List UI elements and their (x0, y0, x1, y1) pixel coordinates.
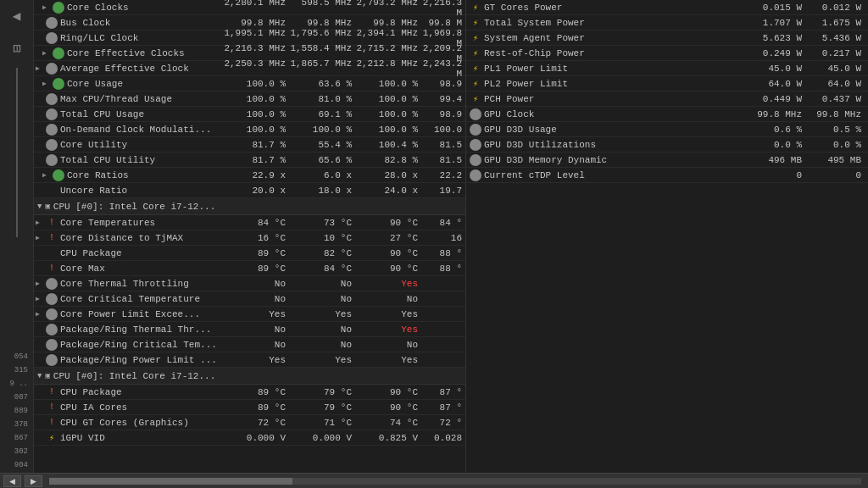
circle-green-icon (53, 47, 64, 59)
row-label: Total CPU Utility (60, 155, 223, 165)
circle-gray-icon (46, 63, 58, 75)
right-row-label: PL2 Power Limit (484, 79, 729, 89)
row-label: Package/Ring Critical Tem... (60, 340, 223, 350)
row-val-2: 82 °C (289, 248, 355, 258)
row-values: 0.000 V 0.000 V 0.825 V 0.028 (223, 433, 464, 443)
right-table-row[interactable]: GPU D3D Usage 0.6 % 0.5 % (466, 122, 868, 137)
table-row[interactable]: ⚡ iGPU VID 0.000 V 0.000 V 0.825 V 0.028 (34, 430, 465, 446)
row-label: Core Ratios (67, 170, 223, 180)
row-val-1: No (223, 294, 289, 304)
row-values: 20.0 x 18.0 x 24.0 x 19.7 (223, 186, 464, 196)
table-row[interactable]: ! CPU IA Cores 89 °C 79 °C 90 °C 87 ° (34, 400, 465, 415)
table-row[interactable]: Total CPU Usage 100.0 % 69.1 % 100.0 % 9… (34, 107, 465, 122)
row-val-1: No (223, 279, 289, 289)
row-values: No No Yes (223, 279, 464, 289)
table-row[interactable]: ! CPU GT Cores (Graphics) 72 °C 71 °C 74… (34, 415, 465, 430)
row-values: Yes Yes Yes (223, 309, 464, 319)
circle-gray-icon (46, 308, 58, 320)
table-row[interactable]: Core Utility 81.7 % 55.4 % 100.4 % 81.5 (34, 137, 465, 152)
row-val-2: No (289, 279, 355, 289)
table-row[interactable]: ! CPU Package 89 °C 79 °C 90 °C 87 ° (34, 385, 465, 400)
sidebar-number: 315 (2, 364, 31, 376)
table-row[interactable]: ▶ Core Usage 100.0 % 63.6 % 100.0 % 98.9 (34, 76, 465, 92)
row-label: Core Distance to TjMAX (60, 233, 223, 243)
table-row[interactable]: ! Core Max 89 °C 84 °C 90 °C 88 ° (34, 261, 465, 276)
table-row[interactable]: Package/Ring Thermal Thr... No No Yes (34, 322, 465, 337)
right-table-row[interactable]: ⚡ Rest-of-Chip Power 0.249 W 0.217 W (466, 46, 868, 61)
row-val-2: No (289, 324, 355, 335)
table-row[interactable]: ▶ Average Effective Clock 2,250.3 MHz 1,… (34, 61, 465, 76)
row-label: On-Demand Clock Modulati... (60, 125, 223, 135)
right-row-label: GT Cores Power (484, 3, 729, 13)
scroll-right-btn[interactable]: ▶ (25, 475, 42, 487)
row-val-2: 1,865.7 MHz (289, 58, 355, 79)
empty-icon (46, 185, 58, 197)
table-row[interactable]: ▶ ! Core Temperatures 84 °C 73 °C 90 °C … (34, 215, 465, 230)
table-row[interactable]: ▶ Core Clocks 2,280.1 MHz 598.5 MHz 2,79… (34, 0, 465, 15)
lightning-icon: ⚡ (470, 78, 481, 90)
row-label: Package/Ring Power Limit ... (60, 355, 223, 365)
right-row-val2: 0.217 W (805, 48, 865, 58)
row-val-2: Yes (289, 309, 355, 319)
table-row[interactable]: ▶ Core Thermal Throttling No No Yes (34, 276, 465, 291)
right-table-row[interactable]: ⚡ Total System Power 1.707 W 1.675 W (466, 15, 868, 30)
table-row[interactable]: CPU Package 89 °C 82 °C 90 °C 88 ° (34, 246, 465, 261)
right-table-row[interactable]: ⚡ PL2 Power Limit 64.0 W 64.0 W (466, 76, 868, 92)
left-panel-scroll[interactable]: ▶ Core Clocks 2,280.1 MHz 598.5 MHz 2,79… (34, 0, 465, 488)
row-values: No No No (223, 340, 464, 350)
right-table-row[interactable]: ⚡ GT Cores Power 0.015 W 0.012 W (466, 0, 868, 15)
cpu-section-1-header[interactable]: ▼ ▣ CPU [#0]: Intel Core i7-12... (34, 198, 465, 215)
right-table-row[interactable]: ⚡ PCH Power 0.449 W 0.437 W (466, 92, 868, 107)
table-row[interactable]: ▶ ! Core Distance to TjMAX 16 °C 10 °C 2… (34, 230, 465, 246)
row-values: 2,250.3 MHz 1,865.7 MHz 2,212.8 MHz 2,24… (223, 58, 464, 79)
right-row-val1: 64.0 W (729, 79, 805, 89)
scrollbar-thumb[interactable] (49, 478, 292, 485)
right-table-row[interactable]: GPU D3D Memory Dynamic 496 MB 495 MB (466, 152, 868, 168)
row-label: Ring/LLC Clock (60, 33, 223, 43)
right-table-row[interactable]: Current cTDP Level 0 0 (466, 168, 868, 183)
right-row-val1: 0.449 W (729, 94, 805, 104)
right-panel-scroll[interactable]: ⚡ GT Cores Power 0.015 W 0.012 W ⚡ Total… (466, 0, 868, 488)
table-row[interactable]: Max CPU/Thread Usage 100.0 % 81.0 % 100.… (34, 92, 465, 107)
table-row[interactable]: Total CPU Utility 81.7 % 65.6 % 82.8 % 8… (34, 152, 465, 168)
row-chevron: ▶ (36, 234, 46, 241)
table-row[interactable]: ▶ Core Critical Temperature No No No (34, 291, 465, 307)
row-val-3: 90 °C (355, 263, 421, 274)
row-values: 89 °C 84 °C 90 °C 88 ° (223, 263, 464, 274)
circle-gray-icon (46, 154, 58, 166)
row-val-4: 99.4 (421, 94, 464, 104)
lightning-icon: ⚡ (470, 47, 481, 59)
sidebar-number: 378 (2, 419, 31, 430)
row-val-2: 79 °C (289, 387, 355, 397)
table-row[interactable]: Package/Ring Power Limit ... Yes Yes Yes (34, 352, 465, 368)
table-row[interactable]: ▶ Core Power Limit Excee... Yes Yes Yes (34, 307, 465, 322)
right-table-row[interactable]: GPU Clock 99.8 MHz 99.8 MHz (466, 107, 868, 122)
row-val-2: 65.6 % (289, 155, 355, 165)
sidebar-number: 889 (2, 405, 31, 417)
table-row[interactable]: Package/Ring Critical Tem... No No No (34, 337, 465, 352)
table-row[interactable]: Uncore Ratio 20.0 x 18.0 x 24.0 x 19.7 (34, 183, 465, 198)
cpu-section-2-header[interactable]: ▼ ▣ CPU [#0]: Intel Core i7-12... (34, 368, 465, 385)
circle-gray-icon (470, 124, 481, 136)
right-row-val1: 5.623 W (729, 33, 805, 43)
right-table-row[interactable]: ⚡ PL1 Power Limit 45.0 W 45.0 W (466, 61, 868, 76)
scrollbar-track[interactable] (49, 478, 861, 485)
scroll-left-btn[interactable]: ◀ (3, 475, 21, 487)
row-label: CPU Package (60, 387, 223, 397)
row-values: 89 °C 79 °C 90 °C 87 ° (223, 387, 464, 397)
row-label: Core Utility (60, 140, 223, 150)
row-val-3: 28.0 x (355, 170, 421, 180)
right-table-row[interactable]: GPU D3D Utilizations 0.0 % 0.0 % (466, 137, 868, 152)
row-values: Yes Yes Yes (223, 355, 464, 365)
row-val-3: 2,793.2 MHz (355, 0, 421, 18)
row-values: 81.7 % 65.6 % 82.8 % 81.5 (223, 155, 464, 165)
circle-green-icon (53, 169, 64, 181)
table-row[interactable]: ▶ Core Ratios 22.9 x 6.0 x 28.0 x 22.2 (34, 168, 465, 183)
section-chevron-2: ▼ (37, 372, 42, 380)
right-row-val1: 45.0 W (729, 64, 805, 74)
table-row[interactable]: On-Demand Clock Modulati... 100.0 % 100.… (34, 122, 465, 137)
lightning-icon: ⚡ (470, 63, 481, 75)
right-row-val2: 99.8 MHz (805, 109, 865, 119)
right-table-row[interactable]: ⚡ System Agent Power 5.623 W 5.436 W (466, 30, 868, 46)
row-val-3: 99.8 MHz (355, 18, 421, 28)
